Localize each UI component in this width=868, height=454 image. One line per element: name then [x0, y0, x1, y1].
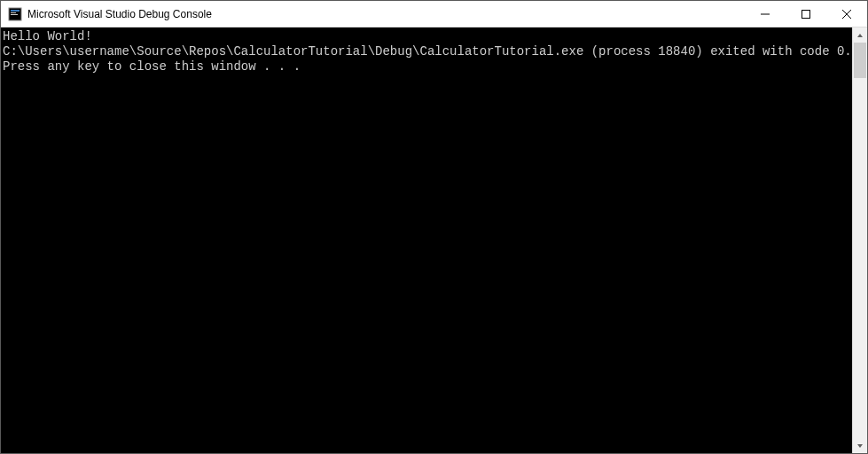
scroll-up-button[interactable] [853, 27, 867, 43]
console-output[interactable]: Hello World!C:\Users\username\Source\Rep… [1, 27, 852, 453]
svg-rect-2 [11, 12, 16, 13]
scroll-track[interactable] [853, 43, 867, 438]
window-title: Microsoft Visual Studio Debug Console [27, 8, 745, 20]
window-controls [745, 1, 867, 27]
close-button[interactable] [826, 1, 867, 27]
svg-rect-3 [11, 14, 18, 15]
app-icon [8, 7, 22, 21]
scroll-thumb[interactable] [854, 43, 866, 78]
console-line: C:\Users\username\Source\Repos\Calculato… [3, 44, 852, 59]
console-line: Hello World! [3, 29, 852, 44]
title-bar: Microsoft Visual Studio Debug Console [1, 1, 867, 27]
maximize-button[interactable] [786, 1, 826, 27]
vertical-scrollbar[interactable] [852, 27, 867, 453]
svg-rect-1 [11, 10, 20, 12]
scroll-down-button[interactable] [853, 438, 867, 453]
minimize-button[interactable] [745, 1, 786, 27]
console-line: Press any key to close this window . . . [3, 59, 852, 74]
content-area: Hello World!C:\Users\username\Source\Rep… [1, 27, 867, 453]
svg-rect-5 [802, 10, 810, 18]
